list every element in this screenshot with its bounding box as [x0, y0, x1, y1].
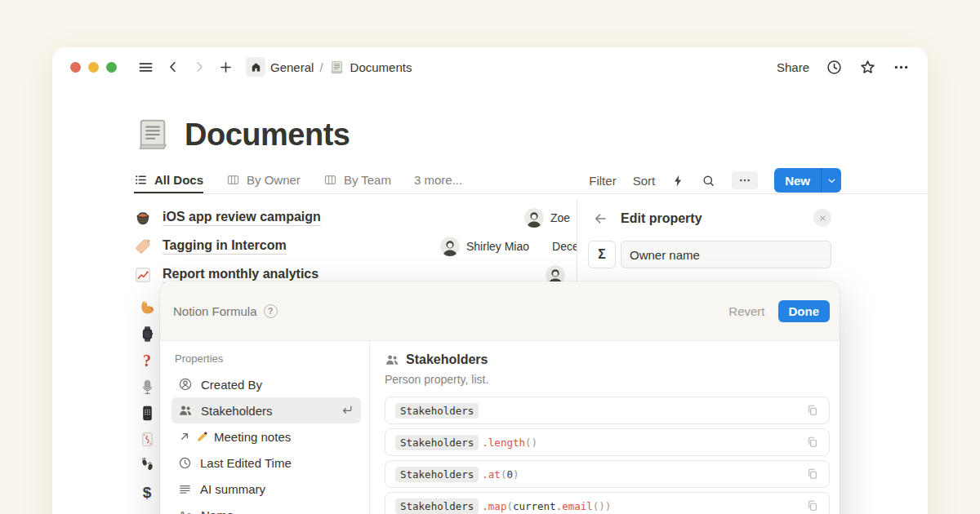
page-emoji-document-icon[interactable]: [134, 116, 172, 153]
table-row[interactable]: Tagging in Intercom Shirley Miao Dece: [134, 233, 577, 260]
new-split-button: New: [774, 168, 841, 193]
person-avatar-icon: [524, 208, 544, 228]
formula-modal-body: Properties Created By Stakeholders Meeti…: [160, 341, 840, 514]
page-background: General / Documents Share Documents A: [0, 0, 980, 514]
tab-by-owner[interactable]: By Owner: [226, 166, 301, 193]
copy-icon[interactable]: [806, 404, 819, 417]
zoom-window-button[interactable]: [106, 62, 117, 73]
tab-all-docs[interactable]: All Docs: [134, 166, 203, 193]
code-segment: 0: [506, 468, 513, 481]
formula-suggestion[interactable]: Stakeholders .map ( current .email ()): [385, 492, 830, 514]
copy-icon[interactable]: [806, 467, 819, 481]
chevron-down-icon: [826, 175, 837, 186]
tab-more-views[interactable]: 3 more...: [414, 166, 462, 193]
back-arrow-icon[interactable]: [593, 211, 608, 226]
avatar[interactable]: [440, 237, 460, 256]
automations-bolt-icon[interactable]: [671, 174, 685, 188]
code-segment: .length: [482, 436, 525, 449]
copy-icon[interactable]: [806, 436, 819, 449]
code-segment: ): [513, 468, 519, 481]
property-token: Stakeholders: [395, 498, 479, 514]
table-row[interactable]: iOS app review campaign Zoe: [134, 204, 577, 232]
edit-property-title: Edit property: [621, 211, 702, 226]
row-title[interactable]: iOS app review campaign: [163, 210, 321, 226]
property-item-created-by[interactable]: Created By: [172, 371, 361, 397]
property-item-meeting-notes[interactable]: Meeting notes: [172, 423, 361, 450]
revert-button[interactable]: Revert: [728, 304, 764, 318]
assignee-name: Zoe: [550, 211, 570, 224]
board-view-icon: [323, 173, 337, 187]
edit-property-panel: Edit property Σ: [588, 207, 831, 268]
page-title: Documents: [185, 117, 350, 153]
property-token: Stakeholders: [395, 403, 479, 419]
minimize-window-button[interactable]: [88, 62, 99, 73]
code-segment: .map: [482, 500, 506, 512]
text-lines-icon: [178, 482, 192, 496]
new-button[interactable]: New: [774, 168, 821, 193]
formula-modal-actions: Revert Done: [728, 300, 830, 322]
arrow-up-right-icon: [178, 430, 191, 443]
code-segment: (): [525, 436, 537, 449]
share-button[interactable]: Share: [777, 60, 809, 74]
property-label: Meeting notes: [214, 430, 291, 444]
writing-pen-icon: [196, 430, 209, 443]
property-item-ai-summary[interactable]: AI summary: [172, 476, 361, 502]
help-icon[interactable]: ?: [264, 304, 278, 318]
property-name-row: Σ: [588, 241, 831, 268]
breadcrumb-space[interactable]: General: [270, 60, 314, 74]
formula-suggestion[interactable]: Stakeholders: [385, 397, 830, 424]
search-icon[interactable]: [702, 174, 715, 188]
property-label: AI summary: [200, 482, 265, 496]
home-icon: [250, 61, 262, 73]
code-segment: current: [513, 500, 556, 512]
code-segment: ()): [593, 500, 612, 512]
row-icon-microphone: [137, 377, 157, 397]
new-page-icon[interactable]: [218, 60, 234, 75]
people-icon: [178, 403, 193, 418]
row-icon-footprints: [137, 454, 157, 474]
more-options-icon[interactable]: [893, 59, 910, 76]
tab-label: By Team: [344, 173, 391, 187]
assignee-name: Shirley Miao: [466, 240, 529, 253]
row-icon-watch: [137, 324, 157, 343]
property-label: Stakeholders: [201, 404, 273, 418]
home-badge[interactable]: [246, 57, 265, 77]
property-item-name[interactable]: Aa Name: [172, 502, 361, 514]
view-options-button[interactable]: [732, 171, 758, 189]
breadcrumb-page[interactable]: Documents: [350, 60, 412, 74]
updates-clock-icon[interactable]: [826, 59, 843, 76]
property-type-button[interactable]: Σ: [588, 241, 616, 268]
formula-modal-header: Notion Formula ? Revert Done: [160, 281, 840, 341]
sidebar-menu-icon[interactable]: [137, 59, 154, 76]
avatar[interactable]: [524, 208, 544, 228]
row-icon-chart: [134, 266, 152, 284]
person-icon: [178, 377, 193, 392]
topbar-actions: Share: [777, 59, 910, 76]
people-icon: [385, 352, 399, 367]
close-window-button[interactable]: [70, 62, 81, 73]
new-dropdown-button[interactable]: [821, 168, 841, 193]
tab-by-team[interactable]: By Team: [323, 166, 391, 193]
code-segment: .at: [482, 468, 501, 481]
property-name-input[interactable]: [621, 241, 831, 268]
property-item-stakeholders[interactable]: Stakeholders: [172, 397, 361, 423]
list-view-icon: [134, 173, 148, 187]
row-icon-basket: [134, 209, 152, 227]
filter-button[interactable]: Filter: [589, 174, 616, 188]
done-button[interactable]: Done: [778, 300, 831, 322]
property-item-last-edited-time[interactable]: Last Edited Time: [172, 450, 361, 476]
favorite-star-icon[interactable]: [859, 59, 876, 76]
edit-property-header: Edit property: [588, 207, 831, 230]
close-panel-button[interactable]: [813, 209, 831, 227]
tab-label: By Owner: [247, 173, 301, 187]
row-title[interactable]: Report monthly analytics: [163, 267, 318, 283]
formula-suggestion[interactable]: Stakeholders .at ( 0 ): [385, 460, 830, 488]
sort-button[interactable]: Sort: [633, 174, 656, 188]
forward-icon[interactable]: [192, 60, 207, 74]
back-icon[interactable]: [166, 60, 180, 74]
row-icon-card: [137, 429, 157, 449]
formula-suggestion[interactable]: Stakeholders .length (): [385, 428, 830, 456]
tab-label: All Docs: [154, 173, 203, 187]
copy-icon[interactable]: [806, 499, 819, 512]
row-title[interactable]: Tagging in Intercom: [163, 238, 287, 255]
